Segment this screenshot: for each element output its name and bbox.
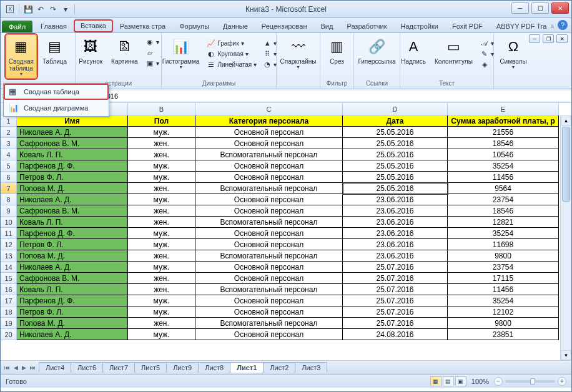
cell[interactable]: Основной персонал: [195, 306, 343, 318]
row-header[interactable]: 19: [1, 318, 17, 329]
cell[interactable]: 18546: [448, 138, 559, 149]
shapes-button[interactable]: ◉▾: [144, 37, 161, 47]
pivot-table-button[interactable]: ▦ Сводная таблица ▼: [6, 34, 37, 79]
column-header-E[interactable]: E: [448, 103, 559, 115]
formula-input[interactable]: 25.05.2016: [79, 91, 571, 101]
cell[interactable]: Сафронова В. М.: [17, 138, 128, 149]
cell[interactable]: 35254: [448, 160, 559, 172]
cell[interactable]: Попова М. Д.: [17, 250, 128, 262]
row-header[interactable]: 12: [1, 239, 17, 250]
undo-icon[interactable]: ↶: [35, 4, 46, 15]
cell[interactable]: 25.05.2016: [343, 149, 448, 160]
cell[interactable]: 23.06.2016: [343, 205, 448, 217]
row-header[interactable]: 17: [1, 295, 17, 306]
cell[interactable]: 23.06.2016: [343, 228, 448, 239]
cell[interactable]: 10546: [448, 149, 559, 160]
sheet-tab[interactable]: Лист7: [102, 362, 135, 373]
picture-button[interactable]: 🖼 Рисунок: [76, 34, 106, 67]
row-header[interactable]: 16: [1, 284, 17, 295]
header-footer-button[interactable]: ▭ Колонтитулы: [431, 34, 476, 67]
cell[interactable]: Петров Ф. Л.: [17, 172, 128, 183]
ribbon-tab-формулы[interactable]: Формулы: [172, 20, 216, 32]
cell[interactable]: Основной персонал: [195, 194, 343, 205]
cell[interactable]: Основной персонал: [195, 172, 343, 183]
cell[interactable]: Вспомогательный персонал: [195, 284, 343, 295]
sheet-tab[interactable]: Лист4: [39, 362, 71, 373]
cell[interactable]: 35254: [448, 295, 559, 306]
scatter-chart-button[interactable]: ⠿▾: [261, 49, 279, 59]
ribbon-tab-данные[interactable]: Данные: [216, 20, 255, 32]
cell[interactable]: муж.: [128, 228, 195, 239]
cell[interactable]: Николаев А. Д.: [17, 329, 128, 340]
row-header[interactable]: 9: [1, 205, 17, 217]
row-header[interactable]: 18: [1, 306, 17, 318]
row-header[interactable]: 11: [1, 228, 17, 239]
cell[interactable]: Основной персонал: [195, 205, 343, 217]
cell[interactable]: муж.: [128, 239, 195, 250]
row-header[interactable]: 3: [1, 138, 17, 149]
cell[interactable]: 23754: [448, 262, 559, 273]
cell[interactable]: муж.: [128, 160, 195, 172]
cell[interactable]: 12102: [448, 306, 559, 318]
row-header[interactable]: 1: [1, 115, 17, 127]
minimize-button[interactable]: ─: [511, 2, 529, 14]
cell[interactable]: 12821: [448, 217, 559, 228]
zoom-out-button[interactable]: −: [494, 377, 503, 386]
cell[interactable]: Основной персонал: [195, 228, 343, 239]
cell[interactable]: Сафронова В. М.: [17, 205, 128, 217]
scroll-up-button[interactable]: ▲: [561, 115, 571, 125]
cell[interactable]: Сафронова В. М.: [17, 273, 128, 284]
cell[interactable]: 18546: [448, 205, 559, 217]
object-button[interactable]: ◈: [478, 59, 496, 69]
workbook-close-button[interactable]: ✕: [556, 34, 568, 43]
cell[interactable]: Петров Ф. Л.: [17, 239, 128, 250]
cell[interactable]: жен.: [128, 250, 195, 262]
cell[interactable]: жен.: [128, 183, 195, 194]
save-icon[interactable]: 💾: [22, 4, 34, 15]
cell[interactable]: Имя: [17, 115, 128, 127]
ribbon-tab-рецензирован[interactable]: Рецензирован: [255, 20, 314, 32]
cell[interactable]: Основной персонал: [195, 262, 343, 273]
cell[interactable]: Основной персонал: [195, 273, 343, 284]
cell[interactable]: 9800: [448, 250, 559, 262]
cell[interactable]: 23754: [448, 194, 559, 205]
row-header[interactable]: 2: [1, 127, 17, 138]
ribbon-tab-главная[interactable]: Главная: [34, 20, 74, 32]
cell[interactable]: Петров Ф. Л.: [17, 306, 128, 318]
pie-chart-button[interactable]: ◐Круговая▾: [205, 49, 259, 59]
sheet-tab[interactable]: Лист8: [198, 362, 230, 373]
cell[interactable]: Парфенов Д. Ф.: [17, 160, 128, 172]
page-layout-view-button[interactable]: ▤: [443, 376, 454, 386]
cell[interactable]: 25.07.2016: [343, 295, 448, 306]
cell[interactable]: жен.: [128, 149, 195, 160]
sheet-tab[interactable]: Лист9: [166, 362, 199, 373]
close-button[interactable]: ✕: [551, 2, 569, 14]
cell[interactable]: 23.06.2016: [343, 239, 448, 250]
zoom-in-button[interactable]: +: [558, 377, 566, 386]
cell[interactable]: Николаев А. Д.: [17, 194, 128, 205]
cell[interactable]: жен.: [128, 318, 195, 329]
hyperlink-button[interactable]: 🔗 Гиперссылка: [355, 34, 398, 67]
cell[interactable]: муж.: [128, 295, 195, 306]
cell[interactable]: 25.05.2016: [343, 160, 448, 172]
cell[interactable]: Парфенов Д. Ф.: [17, 295, 128, 306]
cell[interactable]: Основной персонал: [195, 239, 343, 250]
qat-more-icon[interactable]: ▾: [60, 4, 71, 15]
cell[interactable]: Коваль Л. П.: [17, 284, 128, 295]
sheet-nav-prev[interactable]: ◀: [12, 365, 19, 371]
cell[interactable]: жен.: [128, 205, 195, 217]
sheet-tab[interactable]: Лист2: [263, 362, 295, 373]
cell[interactable]: Вспомогательный персонал: [195, 183, 343, 194]
sheet-nav-first[interactable]: ⏮: [3, 365, 11, 371]
maximize-button[interactable]: ☐: [531, 2, 549, 14]
cell[interactable]: Вспомогательный персонал: [195, 149, 343, 160]
ribbon-tab-надстройки[interactable]: Надстройки: [394, 20, 445, 32]
ribbon-tab-foxit pdf[interactable]: Foxit PDF: [445, 20, 490, 32]
cell[interactable]: Попова М. Д.: [17, 318, 128, 329]
cell[interactable]: 25.05.2016: [343, 172, 448, 183]
cell[interactable]: Дата: [343, 115, 448, 127]
smartart-button[interactable]: ▱: [144, 47, 161, 57]
cell[interactable]: Пол: [128, 115, 195, 127]
ribbon-tab-вид[interactable]: Вид: [314, 20, 340, 32]
cell[interactable]: Николаев А. Д.: [17, 127, 128, 138]
